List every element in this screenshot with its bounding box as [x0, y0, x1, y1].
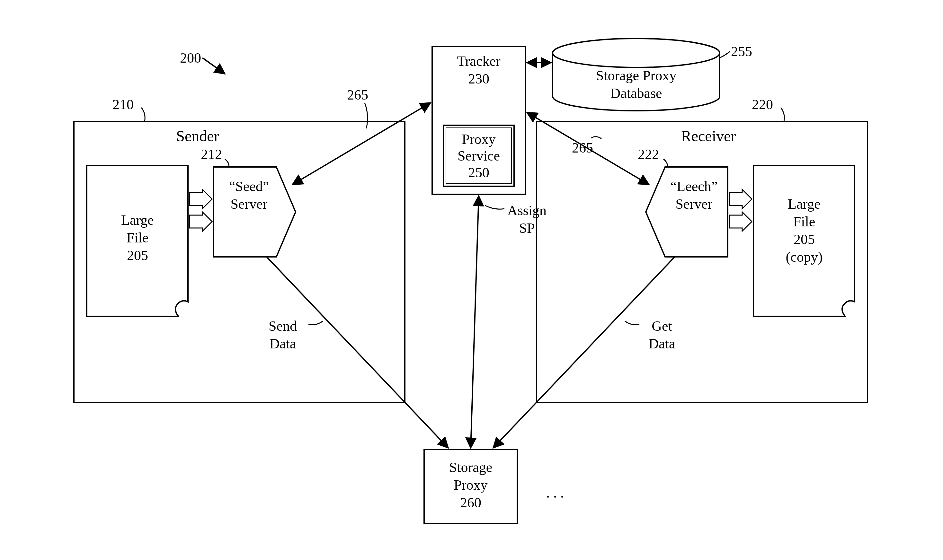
- ref-leech-server-tick: [664, 159, 668, 167]
- ref-overall-pointer: [202, 58, 225, 74]
- get-data-l2: Data: [649, 336, 675, 352]
- send-data-tick: [308, 321, 323, 325]
- ref-seed-server-tick: [225, 159, 229, 167]
- storage-proxy-db-l1: Storage Proxy: [596, 68, 676, 83]
- leech-l1: “Leech”: [670, 178, 718, 194]
- large-file-right-l4: (copy): [786, 249, 823, 265]
- ref-tracker-link-left-tick: [365, 103, 368, 128]
- large-file-right: Large File 205 (copy): [753, 165, 855, 316]
- leech-to-storage-proxy: [493, 257, 675, 448]
- diagram-canvas: 200 Sender 210 Receiver 220 Tracker 230 …: [0, 0, 943, 560]
- ref-sender-box: 210: [112, 97, 134, 112]
- ref-sender-box-tick: [141, 108, 145, 122]
- assign-sp-tick: [485, 206, 504, 209]
- storage-proxy-db: Storage Proxy Database: [553, 38, 720, 111]
- storage-proxy-l1: Storage: [449, 460, 492, 475]
- tracker-l1: Tracker: [457, 53, 501, 69]
- get-data-tick: [625, 321, 639, 325]
- storage-proxy-l2: Proxy: [454, 477, 487, 493]
- ref-receiver-box-tick: [781, 108, 784, 122]
- svg-point-1: [553, 38, 720, 68]
- leech-l2: Server: [676, 196, 713, 212]
- assign-sp-l2: SP: [519, 220, 535, 236]
- large-file-left-l3: 205: [127, 248, 148, 263]
- seed-l2: Server: [231, 196, 268, 212]
- storage-proxy-ellipsis: . . .: [546, 485, 564, 501]
- proxy-service-l2: Service: [458, 148, 500, 164]
- seed-l1: “Seed”: [229, 178, 269, 194]
- large-file-right-l2: File: [793, 214, 815, 229]
- large-file-right-l1: Large: [788, 196, 821, 212]
- large-file-left-l2: File: [126, 230, 148, 246]
- file-to-seed-arrows: [190, 189, 212, 231]
- seed-to-storage-proxy: [267, 257, 448, 448]
- send-data-l1: Send: [269, 318, 297, 334]
- ref-tracker-link-left: 265: [347, 87, 368, 103]
- large-file-right-l3: 205: [794, 232, 815, 247]
- storage-proxy-l3: 260: [460, 495, 481, 511]
- leech-to-file-arrows: [729, 189, 752, 231]
- leech-server: “Leech” Server: [646, 167, 728, 257]
- seed-tracker-link: [293, 103, 430, 185]
- ref-tracker-link-right: 265: [572, 140, 593, 156]
- assign-sp-l1: Assign: [507, 203, 547, 218]
- ref-leech-server: 222: [638, 146, 659, 162]
- ref-storage-proxy-db-tick: [720, 51, 730, 58]
- ref-tracker-link-right-tick: [591, 137, 601, 139]
- storage-proxy-db-l2: Database: [610, 85, 662, 101]
- seed-server: “Seed” Server: [214, 167, 296, 257]
- ref-overall: 200: [180, 50, 201, 66]
- large-file-left: Large File 205: [87, 165, 188, 316]
- get-data-l1: Get: [652, 318, 672, 334]
- tracker-l2: 230: [468, 71, 489, 87]
- proxy-service-l3: 250: [468, 165, 489, 180]
- assign-sp-link: [471, 196, 479, 448]
- send-data-l2: Data: [269, 336, 296, 352]
- large-file-left-l1: Large: [121, 212, 154, 228]
- ref-seed-server: 212: [201, 146, 222, 162]
- ref-storage-proxy-db: 255: [731, 44, 752, 59]
- proxy-service-l1: Proxy: [462, 131, 495, 147]
- sender-title: Sender: [176, 128, 219, 145]
- receiver-title: Receiver: [681, 128, 736, 145]
- ref-receiver-box: 220: [752, 97, 773, 112]
